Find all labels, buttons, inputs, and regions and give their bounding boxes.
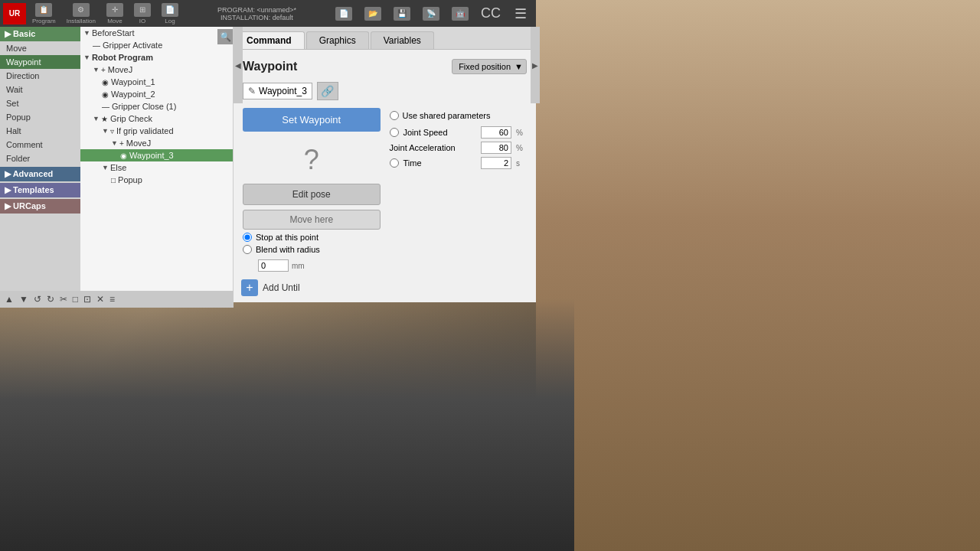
- redo-btn[interactable]: ↻: [45, 293, 56, 305]
- toolbar-new-btn[interactable]: 📄: [331, 7, 357, 21]
- undo-btn[interactable]: ↺: [32, 293, 43, 305]
- toolbar-log-btn[interactable]: 📄 Log: [157, 3, 183, 24]
- check-icon: ★: [101, 115, 108, 123]
- time-input[interactable]: 2: [481, 157, 511, 169]
- toolbar-program-btn[interactable]: 📋 Program: [28, 3, 60, 24]
- waypoint-name-text: Waypoint_3: [259, 86, 307, 96]
- stop-at-point-radio-item[interactable]: Stop at this point: [243, 233, 527, 242]
- tab-variables[interactable]: Variables: [371, 31, 434, 49]
- stop-at-point-radio[interactable]: [243, 233, 252, 242]
- joint-speed-input[interactable]: 60: [481, 126, 511, 139]
- time-radio[interactable]: [390, 158, 399, 168]
- link-icon-btn[interactable]: 🔗: [317, 82, 338, 100]
- set-label: Set: [6, 99, 19, 108]
- set-waypoint-button[interactable]: Set Waypoint: [243, 108, 381, 132]
- sidebar-section-templates[interactable]: ▶ Templates: [0, 183, 80, 197]
- cut-btn[interactable]: ✂: [58, 293, 69, 305]
- io-icon: ⊞: [134, 3, 151, 17]
- time-radio-item[interactable]: [390, 158, 399, 168]
- tree-item-grip-check[interactable]: ▼ ★ Grip Check: [80, 112, 233, 125]
- move-label: Move: [107, 18, 122, 24]
- sidebar: ▶ Basic Move Waypoint Direction Wait Set…: [0, 27, 80, 302]
- collapse-left-btn[interactable]: ◀: [234, 27, 243, 103]
- move-here-button[interactable]: Move here: [243, 210, 381, 230]
- tree-item-else[interactable]: ▼ Else: [80, 161, 233, 174]
- tree-item-gripper-close[interactable]: — Gripper Close (1): [80, 100, 233, 112]
- sidebar-section-basic[interactable]: ▶ Basic: [0, 27, 80, 41]
- tree-item-label: MoveJ: [126, 139, 151, 148]
- delete-btn[interactable]: ✕: [95, 293, 106, 305]
- tree-item-movej-1[interactable]: ▼ + MoveJ: [80, 64, 233, 76]
- joint-speed-radio-item[interactable]: [390, 128, 399, 137]
- tab-command[interactable]: Command: [234, 31, 305, 49]
- toolbar-save-btn[interactable]: 💾: [389, 7, 415, 21]
- sidebar-item-wait[interactable]: Wait: [0, 83, 80, 96]
- search-button[interactable]: 🔍: [217, 29, 233, 44]
- sidebar-item-comment[interactable]: Comment: [0, 138, 80, 152]
- joint-speed-radio[interactable]: [390, 128, 399, 137]
- paste-btn[interactable]: ⊡: [82, 293, 93, 305]
- toolbar-open-btn[interactable]: 📂: [360, 7, 386, 21]
- log-label: Log: [165, 18, 175, 24]
- use-shared-params-radio[interactable]: Use shared parameters: [390, 111, 528, 120]
- main-content: Command Graphics Variables Waypoint Fixe…: [234, 27, 536, 302]
- menu-btn[interactable]: ≡: [108, 293, 116, 305]
- remote-icon: 📡: [423, 7, 439, 21]
- move-icon: +: [101, 66, 106, 74]
- tree-item-robot-program[interactable]: ▼ Robot Program: [80, 51, 233, 64]
- tree-item-label: Waypoint_3: [129, 151, 174, 160]
- move-up-btn[interactable]: ▲: [3, 293, 15, 305]
- tree-item-label: If grip validated: [116, 126, 174, 135]
- installation-label: Installation: [67, 18, 96, 24]
- blend-value-input[interactable]: 0: [258, 259, 289, 272]
- joint-accel-input[interactable]: 80: [481, 142, 511, 154]
- waypoint-label: Waypoint: [6, 57, 41, 67]
- sidebar-item-move[interactable]: Move: [0, 41, 80, 55]
- tree-item-popup[interactable]: □ Popup: [80, 174, 233, 186]
- hamburger-menu-btn[interactable]: ☰: [508, 5, 533, 22]
- sidebar-section-urcaps[interactable]: ▶ URCaps: [0, 199, 80, 214]
- sidebar-item-waypoint[interactable]: Waypoint: [0, 55, 80, 69]
- tree-item-label: Waypoint_1: [111, 77, 155, 86]
- toolbar-installation-btn[interactable]: ⚙ Installation: [62, 3, 100, 24]
- tree-item-if[interactable]: ▼ ▿ If grip validated: [80, 125, 233, 137]
- position-type-dropdown[interactable]: Fixed position ▼: [452, 59, 527, 74]
- tree-arrow: ▼: [93, 115, 100, 122]
- toolbar-move-btn[interactable]: ✛ Move: [102, 3, 128, 24]
- move-icon: +: [119, 139, 124, 148]
- tree-item-beforestart[interactable]: ▼ BeforeStart: [80, 27, 233, 39]
- blend-radius-radio[interactable]: [243, 245, 252, 254]
- tree-item-movej-2[interactable]: ▼ + MoveJ: [80, 137, 233, 149]
- sidebar-item-popup[interactable]: Popup: [0, 110, 80, 124]
- toolbar-cc-btn[interactable]: CC: [476, 5, 505, 21]
- tree-item-gripper-activate[interactable]: — Gripper Activate: [80, 39, 233, 51]
- sidebar-item-direction[interactable]: Direction: [0, 69, 80, 83]
- new-icon: 📄: [335, 7, 352, 21]
- stop-blend-options: Stop at this point Blend with radius 0 m…: [243, 233, 527, 272]
- blend-radius-radio-item[interactable]: Blend with radius: [243, 245, 527, 254]
- tree-item-waypoint1[interactable]: ◉ Waypoint_1: [80, 76, 233, 88]
- installation-name: INSTALLATION: default: [220, 14, 293, 21]
- edit-pose-button[interactable]: Edit pose: [243, 184, 381, 205]
- sidebar-section-advanced[interactable]: ▶ Advanced: [0, 167, 80, 181]
- move-down-btn[interactable]: ▼: [18, 293, 30, 305]
- sidebar-item-halt[interactable]: Halt: [0, 124, 80, 138]
- popup-label: Popup: [6, 112, 31, 122]
- collapse-right-btn[interactable]: ▶: [531, 27, 540, 103]
- bottom-options: Stop at this point Blend with radius 0 m…: [243, 233, 527, 272]
- toolbar-robot-btn[interactable]: 🤖: [447, 7, 473, 21]
- add-until-button[interactable]: +: [241, 279, 258, 296]
- tab-graphics[interactable]: Graphics: [306, 31, 369, 49]
- toolbar-io-btn[interactable]: ⊞ IO: [129, 3, 155, 24]
- tree-item-waypoint3[interactable]: ◉ Waypoint_3: [80, 149, 233, 161]
- toolbar-remote-btn[interactable]: 📡: [418, 7, 444, 21]
- shared-params-radio-input[interactable]: [390, 111, 399, 120]
- waypoint-icon: ◉: [120, 152, 127, 160]
- robot-icon: 🤖: [452, 7, 469, 21]
- waypoint-name-input[interactable]: ✎ Waypoint_3: [243, 83, 312, 99]
- sidebar-item-set[interactable]: Set: [0, 96, 80, 110]
- right-section: Use shared parameters Joint Speed 60 % J…: [390, 108, 528, 230]
- tree-item-waypoint2[interactable]: ◉ Waypoint_2: [80, 88, 233, 100]
- copy-btn[interactable]: □: [71, 293, 80, 305]
- sidebar-item-folder[interactable]: Folder: [0, 152, 80, 165]
